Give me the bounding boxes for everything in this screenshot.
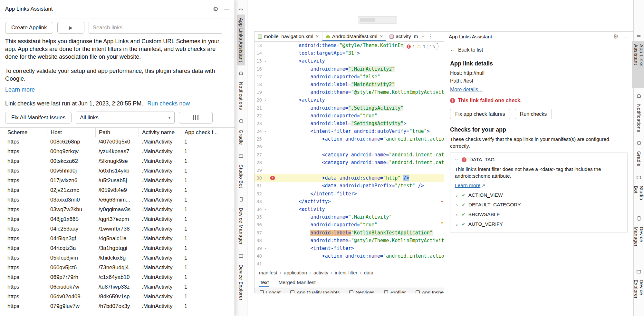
panel-minimize-icon[interactable]: — <box>624 34 630 40</box>
bottom-bar-item-profiler[interactable]: Profiler <box>384 290 406 293</box>
column-header-path[interactable]: Path <box>95 128 142 137</box>
bottom-tab-merged-manifest[interactable]: Merged Manifest <box>278 278 316 287</box>
check-action-view[interactable]: ›✔ACTION_VIEW <box>455 192 623 198</box>
breadcrumb-item-activity[interactable]: activity <box>313 270 328 275</box>
table-row[interactable]: https008c6z68np/407e09q5x0.MainActivity1 <box>0 137 235 147</box>
column-header-scheme[interactable]: Scheme <box>7 128 50 137</box>
tool-strip-app-links-assistant[interactable]: App Links Assistant <box>237 15 245 65</box>
bottom-bar-item-app-inspection[interactable]: App Inspection <box>416 290 444 293</box>
more-details-link[interactable]: More details... <box>450 87 482 93</box>
prev-issue-icon[interactable]: ^ <box>429 44 431 49</box>
table-row[interactable]: https06dv02o409/84k659v1sp.MainActivity1 <box>0 292 235 301</box>
breadcrumb-item-manifest[interactable]: manifest <box>259 270 277 275</box>
fix-app-check-failures-button[interactable]: Fix app check failures <box>450 109 510 119</box>
tool-strip-device-explorer[interactable]: Device Explorer <box>237 261 245 304</box>
warning-stripe-mark[interactable] <box>441 222 443 223</box>
create-applink-button[interactable]: Create Applink <box>5 22 53 34</box>
app-links-icon: ∞ <box>637 33 640 39</box>
line-number: 33 <box>255 198 262 205</box>
gutter <box>270 198 275 205</box>
tool-strip-device-manager[interactable]: Device Manager <box>632 223 644 264</box>
code-line: 40 <action android:name="android.intent.… <box>255 252 444 260</box>
settings-gear-icon[interactable]: ⚙ <box>213 5 218 13</box>
error-stripe-mark[interactable] <box>441 201 443 202</box>
table-row[interactable]: https060qv5jct6/73ne8udqj4.MainActivity1 <box>0 263 235 272</box>
panel-gear-icon[interactable]: ⚙ <box>613 33 619 40</box>
table-row[interactable]: https069p7r79rh/c1x64yab10.MainActivity1 <box>0 272 235 282</box>
tool-strip-notifications[interactable]: Notifications <box>237 79 245 113</box>
table-row[interactable]: https00hq9zrkqv/yzu4kpeas7.MainActivity1 <box>0 147 235 156</box>
fold-icon[interactable]: › <box>262 57 270 65</box>
close-tab-icon[interactable]: × <box>316 34 319 39</box>
run-play-button[interactable]: ▶ <box>57 22 84 34</box>
table-row[interactable]: https03wq7w2kbu/y0qqimaw3s.MainActivity1 <box>0 205 235 214</box>
fold-icon[interactable]: › <box>262 96 270 104</box>
next-issue-icon[interactable]: v <box>433 44 435 49</box>
bell-icon <box>239 71 243 76</box>
table-row[interactable]: https04rtcqtz3a/3a1hgptqgi.MainActivity1 <box>0 243 235 253</box>
fold-icon[interactable]: › <box>262 127 270 135</box>
editor-scrollbar[interactable] <box>440 42 444 268</box>
check-browsable[interactable]: ›✔BROWSABLE <box>455 212 623 217</box>
table-row[interactable]: https048jg1x665/qgrt37ezpm.MainActivity1 <box>0 214 235 224</box>
tool-strip-gradle[interactable]: Gradle <box>237 126 245 148</box>
column-header-app-check-f[interactable]: App check f... <box>181 128 235 137</box>
column-header-host[interactable]: Host <box>47 128 99 137</box>
cell: 00v5hhld0j <box>50 168 99 174</box>
inspections-widget[interactable]: ! 1 ⚠ 1 ^ v <box>403 43 439 50</box>
fold-icon[interactable]: › <box>262 205 270 213</box>
editor-tab-activity-m[interactable]: activity_m <box>386 32 421 41</box>
line-number: 19 <box>255 88 262 96</box>
column-header-activity-name[interactable]: Activity name <box>139 128 184 137</box>
learn-more-link[interactable]: Learn more <box>5 86 35 93</box>
code-area[interactable]: ! 1 ⚠ 1 ^ v 13 android:theme="@style/The… <box>255 42 444 268</box>
tool-strip-device-explorer[interactable]: Device Explorer <box>632 276 644 316</box>
breadcrumb-item-application[interactable]: application <box>284 270 307 275</box>
fold-gutter <box>262 182 270 190</box>
table-row[interactable]: https00tskcza62/5lknugk9se.MainActivity1 <box>0 156 235 166</box>
fold-icon[interactable]: › <box>262 244 270 252</box>
search-links-input[interactable] <box>89 22 222 34</box>
fix-all-manifest-issues-button[interactable]: Fix All Manifest Issues <box>5 112 72 123</box>
tool-strip-device-manager[interactable]: Device Manager <box>237 204 245 248</box>
check-default-category[interactable]: ›✔DEFAULT_CATEGORY <box>455 202 623 208</box>
bottom-bar-item-app-quality-insights[interactable]: App Quality Insights <box>290 290 340 293</box>
tool-strip-studio-bot[interactable]: Studio Bot <box>632 183 644 211</box>
tool-strip-gradle[interactable]: Gradle <box>635 148 643 170</box>
editor-tab-mobile-navigation-xml[interactable]: mobile_navigation.xml× <box>255 32 322 41</box>
table-row[interactable]: https06ciudok7w/tu87hwp33z.MainActivity1 <box>0 282 235 292</box>
tab-options-kebab-icon[interactable]: ⋮ <box>428 34 433 39</box>
bottom-bar-item-logcat[interactable]: Logcat <box>260 290 281 293</box>
hidden-tabs-chevron-icon[interactable]: › <box>423 34 425 39</box>
column-settings-button[interactable] <box>179 112 213 123</box>
editor-tab-androidmanifest-xml[interactable]: AndroidManifest.xml× <box>322 32 387 41</box>
check-learn-more-link[interactable]: Learn more <box>455 183 480 188</box>
check-data-tag[interactable]: › ! DATA_TAG <box>455 157 623 163</box>
tool-strip-notifications[interactable]: Notifications <box>635 101 643 135</box>
run-checks-now-link[interactable]: Run checks now <box>147 100 190 107</box>
bottom-tab-text[interactable]: Text <box>259 278 269 287</box>
line-number: 39 <box>255 244 262 252</box>
tool-strip-app-links-assistant[interactable]: App Links Assistant <box>632 41 644 88</box>
table-row[interactable]: https04r5lqn3gf/4g5nalc1la.MainActivity1 <box>0 234 235 243</box>
check-auto-verify[interactable]: ›✔AUTO_VERIFY <box>455 221 623 227</box>
table-row[interactable]: https02jv21zzmc/l059v8t4e9.MainActivity1 <box>0 185 235 195</box>
line-number: 40 <box>255 252 262 260</box>
back-to-list-button[interactable]: ← Back to list <box>450 47 628 53</box>
table-row[interactable]: https079g9luv7w/h7bd07ox3y.MainActivity1 <box>0 301 235 311</box>
run-checks-button[interactable]: Run checks <box>515 109 552 119</box>
minimize-icon[interactable]: — <box>224 6 229 12</box>
table-row[interactable]: https03axxd3mi0/e6g63mim....MainActivity… <box>0 195 235 205</box>
bottom-bar-item-services[interactable]: Services <box>349 290 374 293</box>
table-row[interactable]: https05kfcp3jvm/khidckix8g.MainActivity1 <box>0 253 235 263</box>
table-row[interactable]: https00v5hhld0j/o0xhs14ykb.MainActivity1 <box>0 166 235 176</box>
table-row[interactable]: https017jwlxzn6/u5t2usab5j.MainActivity1 <box>0 176 235 185</box>
table-row[interactable]: https04ic253aay/1wwnfbr738.MainActivity1 <box>0 224 235 234</box>
tool-strip-studio-bot[interactable]: Studio Bot <box>237 161 245 191</box>
breadcrumb-item-data[interactable]: data <box>364 270 373 275</box>
links-filter-dropdown[interactable]: All links ▾ <box>76 112 175 123</box>
breadcrumb-item-intent-filter[interactable]: intent-filter <box>335 270 357 275</box>
editor-tabs: mobile_navigation.xml×AndroidManifest.xm… <box>255 32 421 41</box>
close-tab-icon[interactable]: × <box>380 34 383 39</box>
cell: 069p7r79rh <box>50 274 99 281</box>
